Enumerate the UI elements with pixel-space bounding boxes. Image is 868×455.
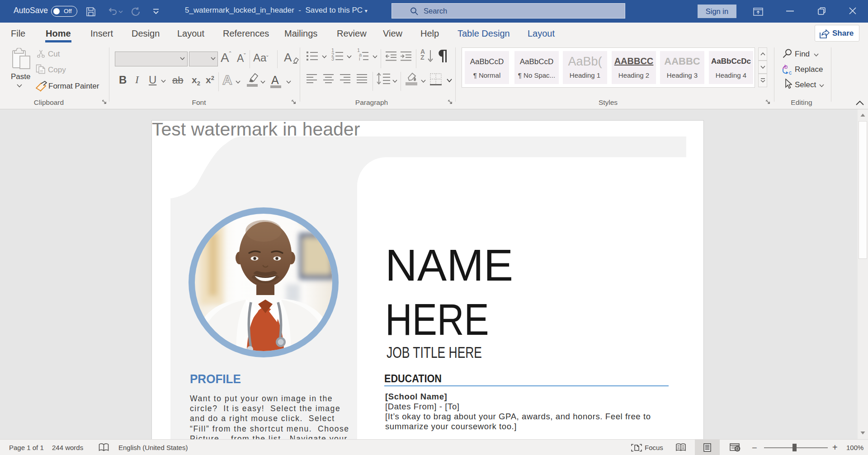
svg-text:b: b [784,64,788,70]
svg-text:c: c [789,70,792,75]
